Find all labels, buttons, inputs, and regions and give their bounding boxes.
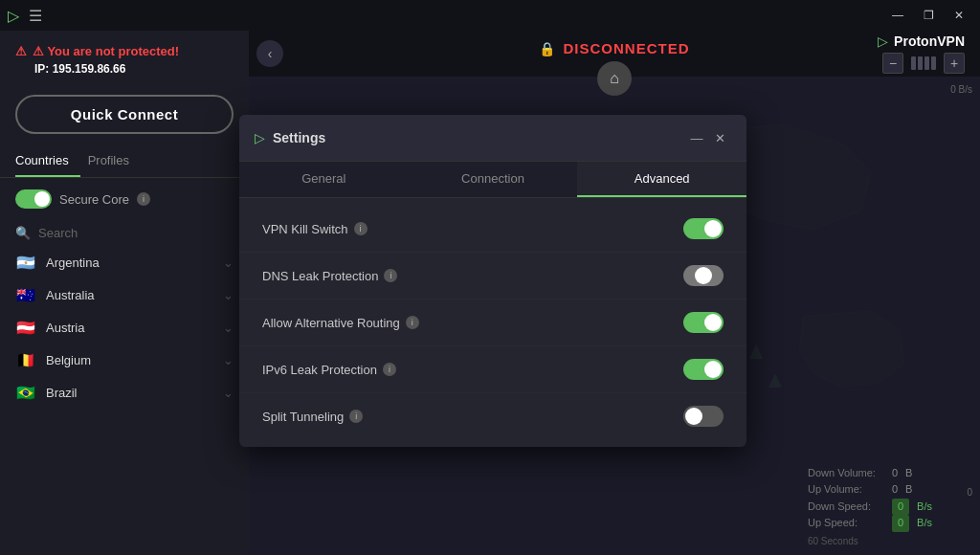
alt-routing-text: Allow Alternative Routing bbox=[262, 316, 400, 330]
up-speed-stat: Up Speed: 0 B/s bbox=[808, 515, 932, 532]
speed-plus-button[interactable]: + bbox=[944, 53, 965, 74]
tab-profiles[interactable]: Profiles bbox=[88, 145, 141, 177]
bottom-speed-indicator: 0 bbox=[967, 487, 972, 498]
ipv6-leak-toggle[interactable] bbox=[683, 359, 724, 380]
down-volume-unit: B bbox=[905, 465, 912, 482]
up-speed-unit: B/s bbox=[917, 515, 932, 532]
split-tunnel-info-icon[interactable]: i bbox=[349, 410, 363, 423]
tab-advanced[interactable]: Advanced bbox=[577, 162, 746, 197]
sidebar-header: ⚠ ⚠ You are not protected! IP: 195.159.8… bbox=[0, 31, 249, 85]
tab-connection[interactable]: Connection bbox=[409, 162, 578, 197]
up-volume-value: 0 bbox=[892, 481, 898, 499]
kill-switch-info-icon[interactable]: i bbox=[354, 222, 368, 235]
speed-dot-2 bbox=[918, 56, 923, 70]
home-icon[interactable]: ⌂ bbox=[597, 61, 632, 96]
alt-routing-label: Allow Alternative Routing i bbox=[262, 316, 683, 330]
settings-tabs: General Connection Advanced bbox=[239, 162, 746, 198]
sidebar-tabs: Countries Profiles bbox=[0, 145, 249, 178]
speed-minus-button[interactable]: − bbox=[882, 53, 903, 74]
kill-switch-label: VPN Kill Switch i bbox=[262, 222, 683, 236]
flag-australia: 🇦🇺 bbox=[15, 287, 36, 302]
up-volume-unit: B bbox=[905, 481, 912, 499]
brand-logo-icon: ▷ bbox=[878, 33, 888, 49]
down-speed-value: 0 bbox=[892, 499, 909, 516]
lock-icon: 🔒 bbox=[539, 41, 555, 56]
warning-icon: ⚠ bbox=[15, 44, 27, 58]
svg-marker-11 bbox=[749, 344, 763, 359]
warning-text: ⚠ ⚠ You are not protected! bbox=[15, 44, 234, 58]
list-item[interactable]: 🇦🇷 Argentina ⌄ bbox=[0, 246, 249, 278]
menu-icon[interactable]: ☰ bbox=[29, 7, 42, 25]
list-item[interactable]: 🇦🇹 Austria ⌄ bbox=[0, 311, 249, 344]
list-item[interactable]: 🇧🇷 Brazil ⌄ bbox=[0, 376, 249, 409]
up-speed-label: Up Speed: bbox=[808, 515, 884, 532]
settings-close-button[interactable]: ✕ bbox=[708, 126, 731, 149]
settings-dialog: ▷ Settings — ✕ General Connection Advanc… bbox=[239, 115, 746, 447]
search-input[interactable] bbox=[38, 226, 234, 240]
title-bar-controls: — ❐ ✕ bbox=[884, 2, 972, 29]
down-speed-stat: Down Speed: 0 B/s bbox=[808, 499, 932, 516]
speed-dot-1 bbox=[911, 56, 916, 70]
brand-section: ▷ ProtonVPN − + bbox=[878, 33, 965, 74]
search-row: 🔍 bbox=[0, 220, 249, 246]
list-item[interactable]: 🇦🇺 Australia ⌄ bbox=[0, 278, 249, 311]
dns-leak-info-icon[interactable]: i bbox=[384, 269, 397, 282]
secure-core-toggle[interactable] bbox=[15, 189, 52, 209]
country-name: Argentina bbox=[46, 255, 213, 270]
flag-austria: 🇦🇹 bbox=[15, 320, 36, 335]
country-name: Austria bbox=[46, 321, 213, 335]
setting-dns-leak: DNS Leak Protection i bbox=[239, 253, 746, 300]
chevron-down-icon: ⌄ bbox=[223, 321, 234, 335]
connection-status: 🔒 DISCONNECTED bbox=[539, 40, 689, 56]
down-volume-label: Down Volume: bbox=[808, 465, 884, 482]
secure-core-info-icon[interactable]: i bbox=[137, 192, 150, 206]
chevron-down-icon: ⌄ bbox=[223, 288, 234, 302]
settings-minimize-button[interactable]: — bbox=[685, 126, 708, 149]
setting-ipv6-leak: IPv6 Leak Protection i bbox=[239, 346, 746, 393]
quick-connect-button[interactable]: Quick Connect bbox=[15, 95, 234, 134]
app-logo-icon: ▷ bbox=[8, 7, 19, 25]
chevron-down-icon: ⌄ bbox=[223, 386, 234, 400]
svg-marker-12 bbox=[768, 373, 782, 388]
chevron-down-icon: ⌄ bbox=[223, 255, 234, 270]
alt-routing-toggle[interactable] bbox=[683, 312, 724, 333]
country-name: Australia bbox=[46, 288, 213, 302]
warning-label: ⚠ You are not protected! bbox=[33, 44, 179, 58]
flag-argentina: 🇦🇷 bbox=[15, 255, 36, 270]
list-item[interactable]: 🇧🇪 Belgium ⌄ bbox=[0, 344, 249, 376]
split-tunnel-text: Split Tunneling bbox=[262, 410, 344, 424]
split-tunnel-toggle[interactable] bbox=[683, 406, 724, 427]
speed-dot-4 bbox=[931, 56, 936, 70]
sidebar: ⚠ ⚠ You are not protected! IP: 195.159.8… bbox=[0, 31, 249, 555]
split-tunnel-label: Split Tunneling i bbox=[262, 410, 683, 424]
ipv6-leak-text: IPv6 Leak Protection bbox=[262, 363, 377, 377]
secure-core-row: Secure Core i bbox=[0, 178, 249, 220]
maximize-button[interactable]: ❐ bbox=[915, 2, 942, 29]
speed-dots bbox=[907, 56, 940, 70]
flag-brazil: 🇧🇷 bbox=[15, 385, 36, 400]
setting-kill-switch: VPN Kill Switch i bbox=[239, 206, 746, 253]
kill-switch-toggle[interactable] bbox=[683, 218, 724, 239]
tab-countries[interactable]: Countries bbox=[15, 145, 80, 177]
home-symbol: ⌂ bbox=[610, 70, 619, 87]
kill-switch-text: VPN Kill Switch bbox=[262, 222, 348, 236]
settings-content: VPN Kill Switch i DNS Leak Protection i … bbox=[239, 198, 746, 447]
ipv6-leak-info-icon[interactable]: i bbox=[383, 363, 396, 376]
alt-routing-info-icon[interactable]: i bbox=[406, 316, 419, 329]
country-name: Brazil bbox=[46, 386, 213, 400]
dns-leak-text: DNS Leak Protection bbox=[262, 269, 378, 283]
time-label: 60 Seconds bbox=[808, 534, 932, 549]
dns-leak-label: DNS Leak Protection i bbox=[262, 269, 683, 283]
dns-leak-toggle[interactable] bbox=[683, 265, 724, 286]
back-button[interactable]: ‹ bbox=[256, 40, 283, 67]
close-button[interactable]: ✕ bbox=[946, 2, 972, 29]
minimize-button[interactable]: — bbox=[884, 2, 911, 29]
tab-general[interactable]: General bbox=[239, 162, 409, 197]
down-speed-label: Down Speed: bbox=[808, 499, 884, 516]
speed-dot-3 bbox=[924, 56, 929, 70]
status-badge: DISCONNECTED bbox=[563, 40, 689, 56]
secure-core-label: Secure Core bbox=[59, 192, 129, 207]
country-list: 🇦🇷 Argentina ⌄ 🇦🇺 Australia ⌄ 🇦🇹 Austria… bbox=[0, 246, 249, 555]
up-volume-label: Up Volume: bbox=[808, 481, 884, 499]
ip-display: IP: 195.159.86.66 bbox=[34, 62, 234, 76]
